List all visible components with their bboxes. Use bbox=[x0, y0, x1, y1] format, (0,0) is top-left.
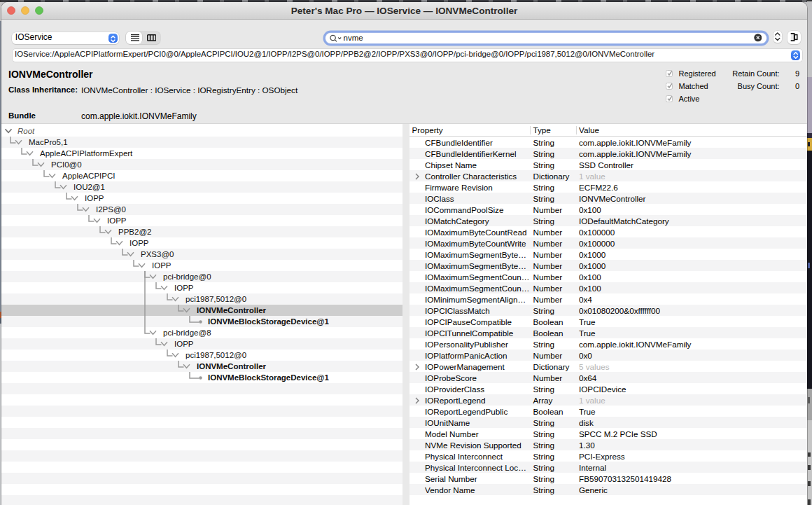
svg-text:IOPP: IOPP bbox=[85, 194, 104, 202]
svg-text:IONVMeController: IONVMeController bbox=[197, 362, 267, 371]
svg-text:IOU2@1: IOU2@1 bbox=[74, 183, 105, 191]
svg-text:IONVMeBlockStorageDevice@1: IONVMeBlockStorageDevice@1 bbox=[208, 373, 330, 382]
svg-text:AppleACPIPlatformExpert: AppleACPIPlatformExpert bbox=[40, 149, 133, 158]
svg-text:pci-bridge@8: pci-bridge@8 bbox=[163, 328, 211, 337]
svg-text:MacPro5,1: MacPro5,1 bbox=[29, 138, 68, 146]
svg-text:IOPP: IOPP bbox=[130, 239, 149, 247]
svg-text:pci1987,5012@0: pci1987,5012@0 bbox=[186, 351, 246, 359]
svg-text:IOPP: IOPP bbox=[174, 284, 194, 292]
svg-text:IOPP: IOPP bbox=[107, 216, 127, 225]
svg-text:I2PS@0: I2PS@0 bbox=[96, 205, 126, 214]
svg-text:PXS3@0: PXS3@0 bbox=[141, 250, 174, 258]
svg-text:PCI0@0: PCI0@0 bbox=[51, 160, 82, 169]
svg-text:IONVMeController: IONVMeController bbox=[197, 306, 267, 314]
svg-text:PPB2@2: PPB2@2 bbox=[118, 228, 151, 236]
svg-text:Root: Root bbox=[18, 127, 35, 135]
svg-text:IOPP: IOPP bbox=[152, 261, 172, 270]
svg-text:pci1987,5012@0: pci1987,5012@0 bbox=[186, 295, 246, 303]
svg-text:pci-bridge@0: pci-bridge@0 bbox=[163, 272, 211, 281]
svg-text:AppleACPIPCI: AppleACPIPCI bbox=[62, 172, 115, 180]
svg-text:IONVMeBlockStorageDevice@1: IONVMeBlockStorageDevice@1 bbox=[208, 317, 330, 326]
svg-text:IOPP: IOPP bbox=[174, 340, 194, 348]
